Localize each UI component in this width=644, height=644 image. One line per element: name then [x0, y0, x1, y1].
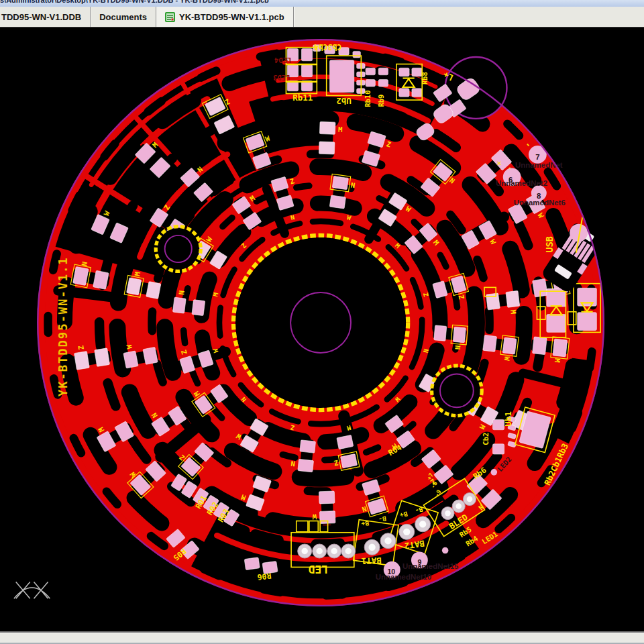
tab-ddb-document[interactable]: TDD95-WN-V1.DDB — [0, 7, 91, 27]
silk-label: 9 — [417, 558, 421, 566]
silk-label: Ub1 — [503, 411, 513, 426]
silk-label: YK-BTDD95-WN-V1.1 — [56, 256, 70, 396]
component-pad — [366, 68, 375, 75]
silk-label: Rb8 — [421, 72, 429, 85]
silk-label: Rb10 — [364, 91, 372, 107]
component-pad — [399, 89, 409, 97]
via — [491, 469, 498, 476]
origin-marker-icon — [14, 582, 50, 598]
pcb-layout-drawing[interactable]: NWMZNWMZNWMZNWMZWMZNWMZNWMZNWMZNWMMZNWMZ… — [0, 28, 644, 633]
center-hole — [235, 237, 406, 408]
tab-pcb-active[interactable]: YK-BTDD95-WN-V1.1.pcb — [156, 7, 294, 27]
silk-label: UnnamedNet6 — [514, 199, 566, 207]
component-pad — [366, 79, 375, 87]
svg-text:N: N — [290, 460, 296, 468]
tabbar-empty-space — [294, 7, 644, 27]
silk-label: UnnamedNet15 — [402, 562, 459, 570]
component-pad — [378, 79, 388, 87]
component-pad — [329, 60, 354, 93]
component-pad — [244, 557, 260, 570]
component-pad — [412, 89, 422, 97]
component-pad — [378, 68, 388, 75]
tab-label: Documents — [99, 12, 147, 22]
silk-label: BAT1 — [361, 555, 381, 566]
document-tab-bar: TDD95-WN-V1.DDB Documents YK-BTDD95-WN-V… — [0, 7, 644, 28]
via — [442, 547, 449, 554]
svg-text:N: N — [453, 345, 462, 350]
silk-label: ✕ — [496, 158, 501, 168]
silk-label: Rb9 — [377, 95, 385, 107]
silk-label: B- — [378, 515, 387, 523]
silk-label: Cb2 — [482, 433, 490, 445]
silk-label: UnnamedNet2 — [496, 179, 547, 187]
svg-text:M: M — [553, 358, 562, 364]
silk-label: Cb3Cb4 — [314, 42, 342, 52]
component-pad — [578, 313, 597, 331]
pcb-editor-canvas[interactable]: NWMZNWMZNWMZNWMZWMZNWMZNWMZNWMZNWMMZNWMZ… — [0, 28, 644, 633]
component-pad — [353, 51, 360, 58]
tab-documents[interactable]: Documents — [91, 7, 156, 27]
silk-label: UnnamedNet10 — [376, 573, 432, 581]
pcb-file-icon — [165, 12, 175, 22]
silk-label: 6 — [508, 176, 513, 184]
component-pad — [399, 68, 409, 76]
silk-label: LED4 — [274, 56, 291, 64]
tab-label: YK-BTDD95-WN-V1.1.pcb — [179, 12, 284, 22]
silk-label: R06 — [257, 571, 272, 582]
silk-label: 10 — [387, 568, 395, 576]
status-bar — [0, 633, 644, 644]
component-pad — [301, 49, 312, 61]
component-pad — [547, 315, 566, 333]
silk-label: 7 — [535, 153, 539, 161]
silk-label: Ub2 — [336, 96, 351, 106]
svg-text:W: W — [312, 513, 317, 521]
silk-label: USB — [545, 236, 555, 252]
tab-label: TDD95-WN-V1.DDB — [1, 12, 81, 22]
silk-label: Rb11 — [292, 93, 313, 103]
silk-label: B+ — [361, 519, 370, 528]
component-pad — [301, 64, 312, 76]
svg-text:M: M — [338, 125, 343, 133]
silk-label: 8 — [537, 192, 541, 200]
component-pad — [492, 444, 504, 454]
window-titlebar: s\Administrator\Desktop\YK-BTDD95-WN-V1.… — [0, 0, 644, 7]
silk-label: LED3 — [273, 74, 290, 82]
silk-label: LED — [308, 563, 328, 576]
titlebar-path-text: s\Administrator\Desktop\YK-BTDD95-WN-V1.… — [0, 0, 644, 4]
